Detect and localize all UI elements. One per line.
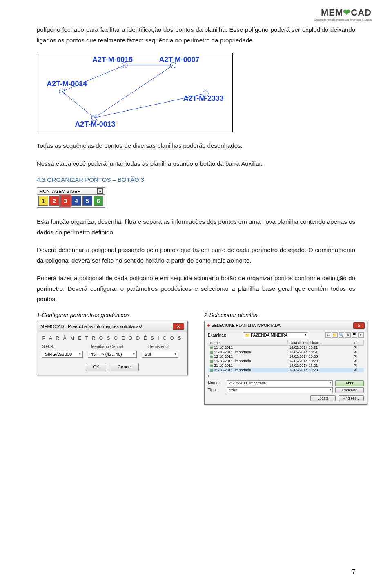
diagram-label: A2T-M-2333 <box>183 94 224 103</box>
toolbar-title-text: MONTAGEM SIGEF <box>39 189 80 194</box>
nav-icons[interactable]: ⇦📁🔍✳≣▾ <box>325 332 364 338</box>
brand-logo: MEM❤CAD Georreferenciamento de Imóveis R… <box>314 7 372 22</box>
diagram-label: A2T-M-0007 <box>159 56 199 64</box>
table-row[interactable]: ▦ 11-10-201116/02/2014 10:51Pl <box>208 345 364 350</box>
dialog-title: MEMOCAD - Preencha as informações solici… <box>40 324 142 329</box>
paragraph-3: Nessa etapa você poderá juntar todas as … <box>37 159 355 169</box>
select-spreadsheet-dialog: ✚ SELECIONE PLANILHA IMPORTADA ✕ Examina… <box>204 321 368 405</box>
toolbar-button-3[interactable]: 3 <box>60 196 70 206</box>
locate-button[interactable]: Locate <box>310 395 336 401</box>
diagram-label: A2T-M-0013 <box>75 120 116 128</box>
svg-line-2 <box>62 92 94 118</box>
col-date[interactable]: Data de modificaç... <box>287 340 352 345</box>
ok-button[interactable]: OK <box>86 363 106 371</box>
table-row[interactable]: ▦ 11-10-2011_importada16/02/2014 10:51Pl <box>208 350 364 354</box>
polygon-diagram: A2T-M-0015 A2T-M-0007 A2T-M-0014 A2T-M-2… <box>37 53 233 132</box>
table-row[interactable]: ▦ 21-10-2011_importada16/02/2014 13:20Pl <box>208 368 364 372</box>
cancel-button[interactable]: Cancel <box>111 363 138 371</box>
spreadsheet-icon: ▦ <box>210 368 213 372</box>
page-number: 7 <box>352 568 355 575</box>
filetype-select[interactable]: *.xls* <box>227 387 333 393</box>
geodesic-params-dialog: MEMOCAD - Preencha as informações solici… <box>37 321 188 375</box>
close-icon[interactable]: ✕ <box>97 188 103 194</box>
toolbar-button-6[interactable]: 6 <box>94 196 103 206</box>
views-icon: ≣ <box>352 332 357 338</box>
chevron-left-icon[interactable]: ‹ <box>208 373 364 378</box>
paragraph-2: Todas as sequências de pontos de diversa… <box>37 141 355 151</box>
brand-subtitle: Georreferenciamento de Imóveis Rurais <box>314 18 372 22</box>
hemisphere-select[interactable]: Sul <box>142 351 178 358</box>
open-button[interactable]: Abrir <box>335 380 364 386</box>
up-icon: 📁 <box>332 332 338 338</box>
close-icon[interactable]: ✕ <box>353 322 365 329</box>
toolbar-button-2[interactable]: 2 <box>49 196 59 206</box>
brand-post: CAD <box>351 7 372 18</box>
meridian-label: Meridiano Central: <box>91 344 140 349</box>
step1-label: 1-Configurar parâmetros geodésicos. <box>37 312 188 318</box>
spreadsheet-icon: ▦ <box>210 355 213 359</box>
paragraph-1: polígono fechado para facilitar a identi… <box>37 25 355 45</box>
dialog-heading: P A R Â M E T R O S G E O D É S I C O S <box>42 335 183 341</box>
table-row[interactable]: ▦ 21-10-201116/02/2014 13:21Pl <box>208 363 364 368</box>
folder-select[interactable]: 📁 FAZENDA MINEIRA <box>243 332 308 338</box>
new-folder-icon: ✳ <box>345 332 351 338</box>
table-row[interactable]: ▦ 12-10-201116/02/2014 10:20Pl <box>208 354 364 359</box>
examine-label: Examinar: <box>208 333 226 337</box>
meridian-select[interactable]: 45 ---> (42...48) <box>88 351 137 358</box>
search-icon: 🔍 <box>339 332 344 338</box>
toolbar-button-5[interactable]: 5 <box>82 196 92 206</box>
sgr-select[interactable]: SIRGAS2000 <box>42 351 83 358</box>
sgr-label: S.G.R. <box>42 344 83 349</box>
paragraph-6: Poderá fazer a poligonal de cada polígon… <box>37 273 355 304</box>
file-list-table: Nome Data de modificaç... Ti ▦ 11-10-201… <box>208 340 364 373</box>
col-name[interactable]: Nome <box>208 340 288 345</box>
col-type[interactable]: Ti <box>352 340 364 345</box>
section-heading: 4.3 ORGANIZAR PONTOS – BOTÃO 3 <box>37 176 355 183</box>
spreadsheet-icon: ▦ <box>210 351 213 354</box>
toolbar-screenshot: MONTAGEM SIGEF ✕ 1 2 3 4 5 6 <box>37 187 355 208</box>
tools-icon: ▾ <box>358 332 364 338</box>
toolbar-button-1[interactable]: 1 <box>38 196 48 206</box>
dialog-title: ✚ SELECIONE PLANILHA IMPORTADA <box>207 323 281 328</box>
paragraph-4: Esta função organiza, desenha, filtra e … <box>37 217 355 237</box>
brand-pre: MEM <box>321 7 343 18</box>
hemisphere-label: Hemisfério: <box>148 344 169 349</box>
step2-label: 2-Selecionar planilha. <box>204 312 368 318</box>
close-icon[interactable]: ✕ <box>173 323 184 330</box>
spreadsheet-icon: ▦ <box>210 359 213 363</box>
filename-label: Nome: <box>208 381 224 385</box>
leaf-icon: ❤ <box>343 7 351 18</box>
findfile-button[interactable]: Find File... <box>339 395 364 401</box>
spreadsheet-icon: ▦ <box>210 364 213 368</box>
paragraph-5: Deverá desenhar a poligonal passando pel… <box>37 245 355 266</box>
diagram-label: A2T-M-0014 <box>47 80 87 88</box>
back-icon: ⇦ <box>325 332 331 338</box>
cancel-button[interactable]: Cancelar <box>335 387 364 393</box>
spreadsheet-icon: ▦ <box>210 346 213 350</box>
table-row[interactable]: ▦ 12-10-2011_importada16/02/2014 10:23Pl <box>208 359 364 363</box>
toolbar-button-4[interactable]: 4 <box>71 196 81 206</box>
filename-input[interactable]: 21-10-2011_importada <box>227 380 333 386</box>
diagram-label: A2T-M-0015 <box>92 56 133 64</box>
filetype-label: Tipo: <box>208 388 224 392</box>
